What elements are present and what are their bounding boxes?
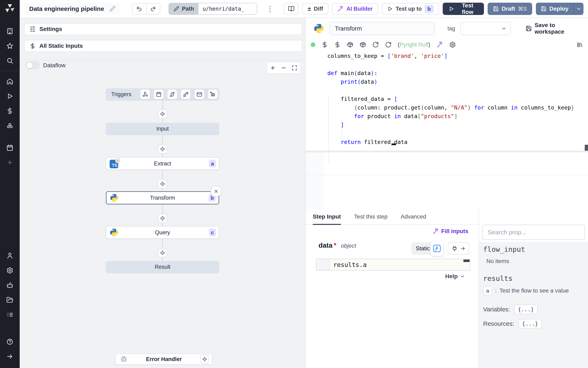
runs-play-icon[interactable] (0, 89, 20, 103)
deploy-dropdown-button[interactable] (573, 3, 583, 15)
expression-value: results.a (330, 259, 367, 270)
add-step-plus-icon[interactable] (158, 179, 167, 188)
argument-row: data * object (319, 241, 356, 249)
variables-dollar-icon[interactable] (0, 103, 20, 118)
favorites-star-icon[interactable] (0, 38, 20, 53)
fill-inputs-button[interactable]: Fill inputs (433, 228, 468, 235)
result-key-badge[interactable]: a (483, 286, 492, 295)
tag-select[interactable] (461, 22, 511, 35)
help-icon[interactable] (0, 334, 20, 349)
triggers-label: Triggers (111, 91, 131, 98)
result-item-row: a : Test the flow to see a value (483, 286, 586, 295)
flow-input-header[interactable]: flow_input (483, 245, 586, 253)
error-handler-node[interactable]: Error Handler (115, 354, 212, 365)
text-cursor (392, 144, 396, 145)
extract-step-id-badge: a (209, 160, 216, 167)
deploy-button[interactable]: Deploy (536, 3, 573, 15)
transform-step-node[interactable]: Transform b (106, 191, 219, 204)
email-trigger-icon[interactable] (195, 90, 204, 99)
editor-settings-gear-icon[interactable] (449, 41, 456, 48)
ai-wand-icon[interactable] (436, 41, 443, 48)
websocket-trigger-icon[interactable] (181, 90, 190, 99)
add-step-plus-icon[interactable] (158, 110, 167, 119)
schedules-calendar-icon[interactable] (0, 140, 20, 155)
settings-gear-icon[interactable] (0, 263, 20, 278)
save-to-workspace-button[interactable]: Save to workspace (526, 22, 581, 35)
resources-boxes-icon[interactable] (0, 118, 20, 133)
flow-settings-row[interactable]: Settings (24, 23, 302, 35)
webhook-trigger-icon[interactable] (140, 90, 150, 99)
edit-path-pencil-icon (173, 6, 179, 12)
add-step-plus-icon[interactable] (158, 145, 167, 154)
connect-input-button[interactable] (448, 242, 469, 255)
undo-button[interactable] (132, 3, 146, 14)
workspace-icon[interactable] (0, 24, 20, 38)
dataflow-toggle[interactable] (26, 62, 39, 69)
path-button[interactable]: Path (169, 3, 199, 14)
expand-sidebar-arrow-icon[interactable] (0, 349, 20, 364)
user-icon[interactable] (0, 248, 20, 263)
zoom-in-plus-icon[interactable] (270, 65, 276, 71)
tab-step-input[interactable]: Step Input (313, 209, 341, 224)
required-marker: * (334, 241, 336, 249)
resource-package-icon[interactable] (347, 41, 353, 48)
docs-book-button[interactable] (284, 3, 299, 15)
zoom-out-minus-icon[interactable] (281, 65, 286, 71)
http-route-trigger-icon[interactable] (168, 90, 177, 99)
variables-object-badge[interactable]: {...} (514, 305, 538, 314)
step-name-input[interactable]: Transform (330, 22, 435, 35)
add-menu-plus-icon[interactable] (0, 155, 20, 170)
save-draft-button[interactable]: Draft ⌘S (488, 3, 532, 15)
test-flow-button[interactable]: Test flow (443, 3, 484, 15)
expression-editor[interactable]: results.a (316, 259, 470, 271)
results-header[interactable]: results (483, 274, 586, 283)
result-node[interactable]: Result (106, 261, 219, 273)
step-name-value: Transform (335, 25, 362, 32)
draft-label: Draft (502, 6, 515, 12)
all-static-inputs-row[interactable]: All Static Inputs (24, 40, 302, 52)
linter-status: (Pyright Ruff) (398, 42, 430, 48)
help-toggle[interactable]: Help (445, 273, 465, 280)
polling-watch-trigger-icon[interactable] (208, 90, 218, 99)
book-open-icon (288, 6, 294, 12)
script-library-icon[interactable] (577, 41, 583, 48)
reset-icon[interactable] (385, 41, 392, 48)
search-icon[interactable] (0, 53, 20, 68)
code-editor[interactable]: columns_to_keep = ['brand', 'price'] def… (306, 50, 588, 151)
tab-advanced[interactable]: Advanced (401, 209, 426, 224)
more-options-kebab-icon[interactable]: ⋮ (264, 5, 276, 13)
fit-view-icon[interactable] (292, 65, 297, 71)
diff-button[interactable]: ± Diff (302, 3, 328, 15)
ai-builder-button[interactable]: AI Builder (332, 3, 378, 15)
tab-test-this-step[interactable]: Test this step (354, 209, 388, 224)
workers-robot-icon[interactable] (0, 278, 20, 293)
query-step-id-badge: c (209, 229, 216, 236)
resources-object-badge[interactable]: {...} (518, 319, 542, 328)
search-prop-input[interactable] (482, 225, 585, 240)
query-step-node[interactable]: Query c (106, 226, 219, 239)
flow-panel-divider (20, 60, 306, 60)
extract-node-label: Extract (106, 161, 219, 167)
logs-list-icon[interactable] (0, 307, 20, 322)
schedule-trigger-icon[interactable] (154, 90, 163, 99)
variables-dollar-icon[interactable] (321, 41, 328, 48)
resource-type-package-icon[interactable] (360, 41, 366, 48)
folders-icon[interactable] (0, 293, 20, 307)
javascript-expression-mode-button[interactable] (431, 241, 443, 256)
remove-step-close-icon[interactable] (210, 186, 222, 197)
extract-step-node[interactable]: TS Extract a (106, 157, 219, 170)
reload-icon[interactable] (372, 41, 379, 48)
redo-button[interactable] (146, 3, 160, 14)
windmill-logo-icon[interactable] (4, 3, 15, 14)
home-icon[interactable] (0, 74, 20, 89)
contextual-variable-dollar-icon[interactable] (334, 41, 341, 48)
flow-graph-panel: Settings All Static Inputs Dataflow Trig… (20, 18, 306, 368)
test-up-to-button[interactable]: Test up to b (382, 3, 439, 15)
flow-title-box[interactable]: Data engineering pipeline (24, 3, 121, 15)
path-value-input[interactable]: u/henri/data_ (199, 3, 257, 14)
add-step-plus-icon[interactable] (158, 248, 167, 257)
input-node[interactable]: Input (106, 123, 219, 135)
triggers-node[interactable]: Triggers (106, 88, 219, 100)
add-step-plus-icon[interactable] (158, 214, 167, 223)
edit-title-pencil-icon[interactable] (109, 6, 115, 12)
